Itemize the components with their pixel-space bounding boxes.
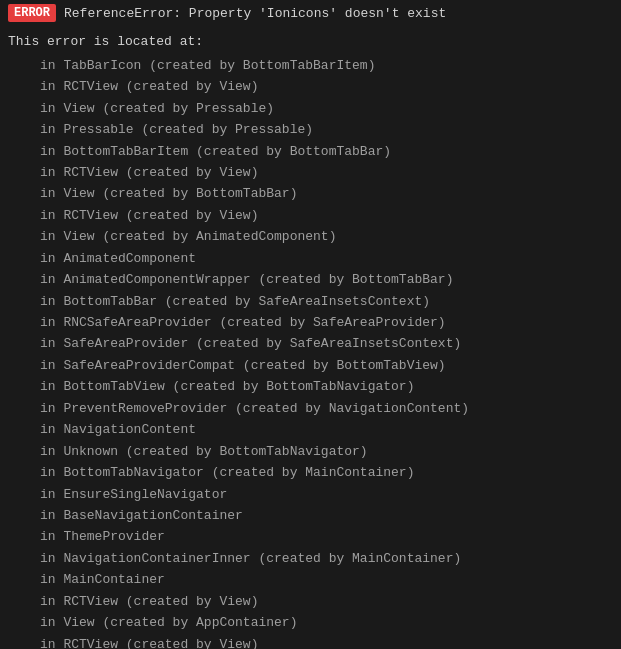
- error-body: This error is located at: in TabBarIcon …: [0, 26, 621, 649]
- error-location: This error is located at:: [8, 32, 613, 53]
- stack-line: in View (created by BottomTabBar): [8, 183, 613, 204]
- stack-line: in View (created by AppContainer): [8, 612, 613, 633]
- error-header: ERROR ReferenceError: Property 'Ionicons…: [0, 0, 621, 26]
- error-message: ReferenceError: Property 'Ionicons' does…: [64, 6, 446, 21]
- error-container: ERROR ReferenceError: Property 'Ionicons…: [0, 0, 621, 649]
- stack-line: in PreventRemoveProvider (created by Nav…: [8, 398, 613, 419]
- error-badge: ERROR: [8, 4, 56, 22]
- stack-line: in View (created by Pressable): [8, 98, 613, 119]
- stack-line: in TabBarIcon (created by BottomTabBarIt…: [8, 55, 613, 76]
- stack-line: in MainContainer: [8, 569, 613, 590]
- stack-line: in NavigationContainerInner (created by …: [8, 548, 613, 569]
- stack-line: in BaseNavigationContainer: [8, 505, 613, 526]
- stack-line: in RCTView (created by View): [8, 205, 613, 226]
- stack-line: in RCTView (created by View): [8, 76, 613, 97]
- stack-line: in BottomTabBar (created by SafeAreaInse…: [8, 291, 613, 312]
- stack-line: in ThemeProvider: [8, 526, 613, 547]
- stack-line: in AnimatedComponent: [8, 248, 613, 269]
- stack-line: in RCTView (created by View): [8, 634, 613, 649]
- stack-line: in Pressable (created by Pressable): [8, 119, 613, 140]
- stack-line: in RNCSafeAreaProvider (created by SafeA…: [8, 312, 613, 333]
- stack-line: in AnimatedComponentWrapper (created by …: [8, 269, 613, 290]
- stack-trace: in TabBarIcon (created by BottomTabBarIt…: [8, 55, 613, 649]
- stack-line: in EnsureSingleNavigator: [8, 484, 613, 505]
- stack-line: in View (created by AnimatedComponent): [8, 226, 613, 247]
- stack-line: in SafeAreaProvider (created by SafeArea…: [8, 333, 613, 354]
- stack-line: in SafeAreaProviderCompat (created by Bo…: [8, 355, 613, 376]
- stack-line: in BottomTabView (created by BottomTabNa…: [8, 376, 613, 397]
- stack-line: in NavigationContent: [8, 419, 613, 440]
- stack-line: in RCTView (created by View): [8, 591, 613, 612]
- stack-line: in RCTView (created by View): [8, 162, 613, 183]
- stack-line: in BottomTabNavigator (created by MainCo…: [8, 462, 613, 483]
- stack-line: in Unknown (created by BottomTabNavigato…: [8, 441, 613, 462]
- stack-line: in BottomTabBarItem (created by BottomTa…: [8, 141, 613, 162]
